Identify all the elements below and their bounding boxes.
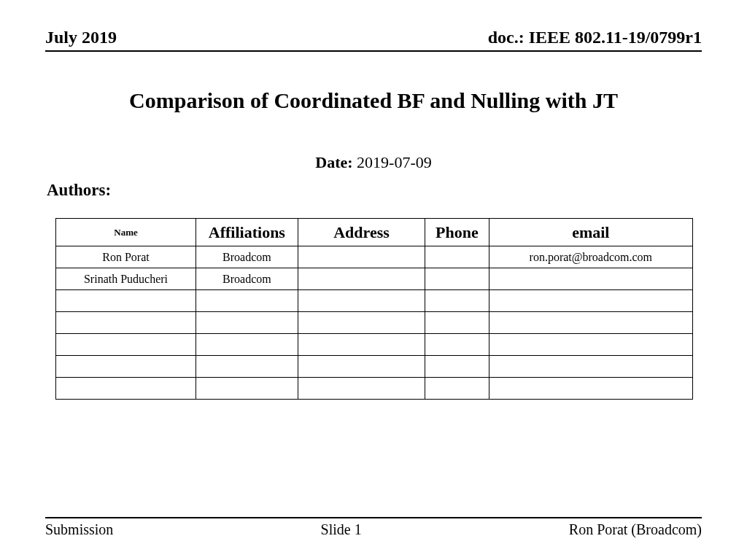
authors-table: Name Affiliations Address Phone email Ro… [55, 218, 693, 400]
cell-email [489, 356, 692, 378]
cell-email [489, 334, 692, 356]
footer-left: Submission [45, 521, 113, 538]
cell-affiliations [196, 290, 298, 312]
table-row [56, 290, 693, 312]
cell-phone [425, 290, 489, 312]
cell-address [298, 312, 425, 334]
cell-affiliations [196, 356, 298, 378]
cell-email [489, 290, 692, 312]
table-row: Srinath Puducheri Broadcom [56, 268, 693, 290]
col-header-name: Name [56, 219, 196, 246]
footer-right: Ron Porat (Broadcom) [569, 521, 702, 538]
cell-phone [425, 268, 489, 290]
cell-phone [425, 356, 489, 378]
cell-email [489, 268, 692, 290]
col-header-address: Address [298, 219, 425, 246]
cell-address [298, 356, 425, 378]
cell-phone [425, 378, 489, 400]
table-row [56, 312, 693, 334]
table-row [56, 378, 693, 400]
cell-address [298, 334, 425, 356]
cell-name: Srinath Puducheri [56, 268, 196, 290]
date-value: 2019-07-09 [357, 153, 432, 171]
col-header-affiliations: Affiliations [196, 219, 298, 246]
cell-email [489, 312, 692, 334]
cell-phone [425, 246, 489, 268]
header-date: July 2019 [45, 28, 117, 47]
cell-address [298, 246, 425, 268]
cell-phone [425, 334, 489, 356]
footer-bar: Submission Slide 1 Ron Porat (Broadcom) [45, 517, 702, 538]
cell-address [298, 268, 425, 290]
cell-email: ron.porat@broadcom.com [489, 246, 692, 268]
date-line: Date: 2019-07-09 [45, 153, 702, 172]
table-row: Ron Porat Broadcom ron.porat@broadcom.co… [56, 246, 693, 268]
table-header-row: Name Affiliations Address Phone email [56, 219, 693, 246]
cell-affiliations: Broadcom [196, 246, 298, 268]
cell-address [298, 290, 425, 312]
header-bar: July 2019 doc.: IEEE 802.11-19/0799r1 [45, 28, 702, 52]
footer-center: Slide 1 [321, 521, 362, 538]
date-label: Date: [315, 153, 352, 171]
cell-name [56, 378, 196, 400]
table-row [56, 356, 693, 378]
cell-phone [425, 312, 489, 334]
cell-address [298, 378, 425, 400]
cell-name: Ron Porat [56, 246, 196, 268]
cell-affiliations: Broadcom [196, 268, 298, 290]
cell-name [56, 290, 196, 312]
cell-affiliations [196, 378, 298, 400]
cell-affiliations [196, 312, 298, 334]
col-header-phone: Phone [425, 219, 489, 246]
header-doc-id: doc.: IEEE 802.11-19/0799r1 [488, 28, 702, 47]
page-title: Comparison of Coordinated BF and Nulling… [45, 88, 702, 113]
cell-affiliations [196, 334, 298, 356]
cell-name [56, 312, 196, 334]
cell-name [56, 334, 196, 356]
table-row [56, 334, 693, 356]
authors-label: Authors: [47, 181, 702, 200]
cell-email [489, 378, 692, 400]
cell-name [56, 356, 196, 378]
col-header-email: email [489, 219, 692, 246]
